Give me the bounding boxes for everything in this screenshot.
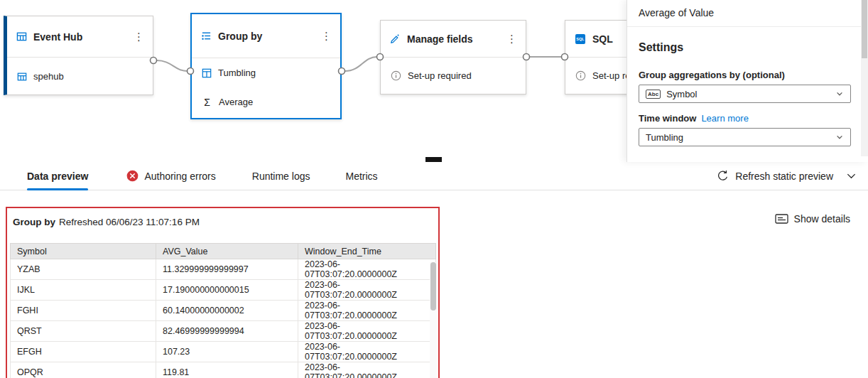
table-row: YZAB11.3299999999999972023-06-07T03:07:2… (11, 259, 436, 280)
table-cell: 2023-06-07T03:07:20.0000000Z (298, 280, 436, 301)
node-title: Event Hub (33, 31, 123, 43)
table-row: FGHI60.140000000000022023-06-07T03:07:20… (11, 301, 436, 321)
event-hub-icon (16, 31, 27, 42)
table-cell: 2023-06-07T03:07:20.0000000Z (298, 321, 436, 342)
group-aggregations-dropdown[interactable]: Abc Symbol (639, 85, 851, 103)
tab-label: Runtime logs (252, 171, 310, 182)
show-details-label: Show details (794, 213, 850, 225)
panel-scrollbar[interactable] (861, 0, 868, 156)
average-label: Average (219, 97, 253, 107)
manage-fields-status-row: Set-up required (381, 58, 526, 94)
table-cell: 2023-06-07T03:07:20.0000000Z (298, 259, 436, 280)
preview-node-name: Group by (13, 217, 55, 227)
show-details-button[interactable]: Show details (775, 213, 850, 225)
tabs-bar: Data preview Authoring errors Runtime lo… (0, 162, 868, 190)
time-window-label: Time window (639, 113, 696, 124)
event-hub-node[interactable]: Event Hub ⋮ spehub (4, 16, 153, 95)
tumbling-window-icon (202, 68, 212, 78)
table-cell: IJKL (11, 280, 156, 301)
panel-title: Average of Value (627, 0, 868, 27)
event-hub-source-row: spehub (7, 58, 153, 95)
preview-title: Group by Refreshed 06/06/23 11:07:16 PM (7, 208, 438, 227)
table-cell: OPQR (11, 362, 156, 378)
group-aggregations-label: Group aggregations by (optional) (639, 70, 851, 80)
group-by-item-average: Σ Average (192, 87, 340, 117)
column-header[interactable]: AVG_Value (156, 244, 298, 259)
chevron-down-icon (835, 90, 844, 98)
chevron-down-icon (835, 133, 844, 141)
svg-text:SQL: SQL (576, 37, 585, 41)
node-menu-button[interactable]: ⋮ (317, 29, 336, 43)
tab-authoring-errors[interactable]: Authoring errors (126, 162, 215, 190)
group-by-node[interactable]: Group by ⋮ Tumbling Σ Average (190, 13, 342, 119)
table-cell: QRST (11, 321, 156, 342)
table-icon (17, 72, 27, 82)
tab-label: Authoring errors (144, 171, 215, 182)
tab-label: Metrics (345, 171, 377, 182)
table-row: EFGH107.232023-06-07T03:07:20.0000000Z (11, 342, 436, 362)
group-aggregations-value: Symbol (666, 89, 830, 99)
column-header[interactable]: Window_End_Time (298, 244, 436, 259)
preview-table: SymbolAVG_ValueWindow_End_Time YZAB11.32… (10, 243, 436, 378)
settings-panel: Average of Value Settings Group aggregat… (626, 0, 868, 162)
diagram-canvas[interactable]: Event Hub ⋮ spehub Group by ⋮ (0, 0, 626, 162)
app-root: Event Hub ⋮ spehub Group by ⋮ (0, 0, 868, 378)
scrollbar-thumb[interactable] (430, 262, 436, 310)
table-cell: YZAB (11, 259, 156, 280)
node-header: Group by ⋮ (192, 14, 340, 58)
table-cell: 119.81 (156, 362, 298, 378)
time-window-value: Tumbling (646, 132, 830, 143)
preview-table-body: YZAB11.3299999999999972023-06-07T03:07:2… (11, 259, 436, 378)
tab-data-preview[interactable]: Data preview (27, 162, 88, 190)
info-icon (575, 70, 586, 81)
time-window-label-row: Time window Learn more (639, 113, 851, 124)
table-scrollbar[interactable] (430, 262, 437, 378)
preview-table-header-row: SymbolAVG_ValueWindow_End_Time (11, 244, 436, 259)
table-cell: 60.14000000000002 (156, 301, 298, 321)
details-icon (775, 213, 788, 225)
settings-heading: Settings (639, 41, 857, 54)
splitter-handle[interactable] (425, 157, 442, 162)
node-title: Group by (218, 31, 310, 42)
column-header[interactable]: Symbol (11, 244, 156, 259)
info-icon (391, 70, 401, 81)
setup-required-label: Set-up required (408, 70, 472, 81)
refresh-static-preview-button[interactable]: Refresh static preview (717, 162, 857, 190)
sigma-icon: Σ (202, 97, 212, 108)
table-cell: 11.329999999999997 (156, 259, 298, 280)
node-menu-button[interactable]: ⋮ (502, 32, 521, 45)
time-window-dropdown[interactable]: Tumbling (639, 128, 851, 146)
learn-more-link[interactable]: Learn more (701, 113, 748, 124)
table-cell: EFGH (11, 342, 156, 362)
table-cell: 107.23 (156, 342, 298, 362)
node-menu-button[interactable]: ⋮ (129, 30, 148, 43)
sql-icon: SQL (575, 33, 586, 45)
scrollbar-thumb[interactable] (862, 0, 867, 58)
group-by-item-tumbling: Tumbling (192, 58, 340, 87)
chevron-down-icon[interactable] (846, 171, 857, 181)
table-cell: 2023-06-07T03:07:20.0000000Z (298, 362, 436, 378)
tumbling-label: Tumbling (218, 68, 256, 78)
error-icon (126, 170, 139, 182)
manage-fields-icon (390, 33, 401, 44)
refresh-label: Refresh static preview (735, 171, 833, 182)
event-hub-source-label: spehub (33, 71, 64, 82)
data-preview-panel: Group by Refreshed 06/06/23 11:07:16 PM … (6, 207, 440, 378)
table-cell: 82.46999999999994 (156, 321, 298, 342)
string-type-icon: Abc (646, 90, 661, 99)
group-by-icon (201, 31, 212, 41)
table-row: IJKL17.1900000000000152023-06-07T03:07:2… (11, 280, 436, 301)
manage-fields-node[interactable]: Manage fields ⋮ Set-up required (380, 20, 526, 94)
table-cell: 2023-06-07T03:07:20.0000000Z (298, 342, 436, 362)
node-title: Manage fields (407, 33, 496, 45)
refresh-icon (717, 170, 729, 182)
table-cell: 17.190000000000015 (156, 280, 298, 301)
node-header: Event Hub ⋮ (7, 16, 153, 57)
tab-label: Data preview (27, 171, 88, 182)
table-cell: 2023-06-07T03:07:20.0000000Z (298, 301, 436, 321)
table-row: OPQR119.812023-06-07T03:07:20.0000000Z (11, 362, 436, 378)
table-cell: FGHI (11, 301, 156, 321)
tab-metrics[interactable]: Metrics (345, 162, 377, 190)
preview-refreshed-text: Refreshed 06/06/23 11:07:16 PM (59, 217, 200, 227)
tab-runtime-logs[interactable]: Runtime logs (252, 162, 310, 190)
